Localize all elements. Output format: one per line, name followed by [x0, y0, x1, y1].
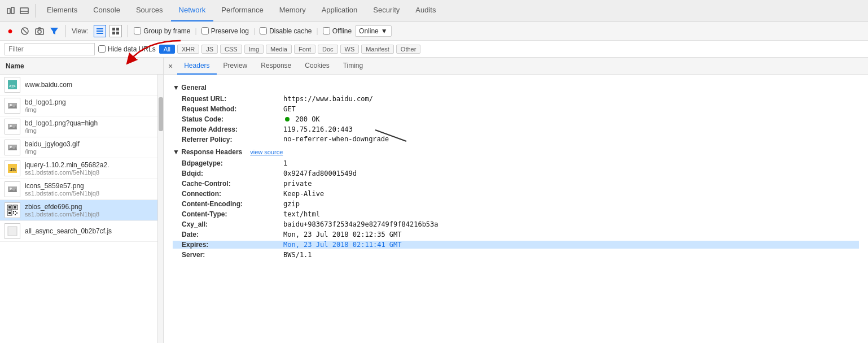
svg-rect-14 — [112, 32, 115, 34]
filter-tag-media[interactable]: Media — [266, 45, 292, 54]
filter-tag-all[interactable]: All — [159, 45, 175, 54]
disable-cache-label[interactable]: Disable cache — [260, 27, 312, 35]
offline-label[interactable]: Offline — [323, 27, 352, 35]
left-panel: Name </>www.baidu.combd_logo1.png/imgbd_… — [0, 58, 164, 343]
tab-timing[interactable]: Timing — [336, 58, 370, 75]
toolbar: ● View: — [0, 21, 868, 41]
response-header-key: Cxy_all: — [182, 220, 283, 228]
tab-elements[interactable]: Elements — [39, 0, 85, 21]
view-source-link[interactable]: view source — [250, 149, 283, 155]
tab-response[interactable]: Response — [254, 58, 298, 75]
svg-rect-9 — [97, 28, 103, 29]
record-button[interactable]: ● — [5, 25, 16, 37]
item-icon: JS — [5, 160, 20, 176]
tab-application[interactable]: Application — [314, 0, 366, 21]
svg-text:</>: </> — [9, 84, 16, 89]
filter-tag-other[interactable]: Other — [396, 45, 421, 54]
item-info: zbios_efde696.pngss1.bdstatic.com/5eN1bj… — [25, 203, 99, 218]
svg-line-5 — [23, 29, 27, 33]
list-item[interactable]: bd_logo1.png/img — [0, 95, 157, 116]
filter-tag-doc[interactable]: Doc — [318, 45, 338, 54]
item-icon — [5, 119, 20, 134]
filter-tag-css[interactable]: CSS — [220, 45, 242, 54]
filter-input[interactable] — [5, 43, 95, 55]
item-path: ss1.bdstatic.com/5eN1bjq8 — [25, 211, 99, 218]
preserve-log-label[interactable]: Preserve log — [201, 27, 249, 35]
svg-rect-1 — [11, 7, 14, 14]
response-header-row: Content-Type:text/html — [173, 210, 859, 218]
response-header-row: Bdqid:0x9247fad80001549d — [173, 170, 859, 177]
tab-cookies[interactable]: Cookies — [298, 58, 336, 75]
response-header-row: Expires:Mon, 23 Jul 2018 02:11:41 GMT — [173, 241, 859, 249]
filter-tag-ws[interactable]: WS — [340, 45, 360, 54]
hide-data-urls-checkbox[interactable] — [98, 45, 106, 53]
response-header-row: Bdpagetype:1 — [173, 159, 859, 167]
hide-data-urls-label[interactable]: Hide data URLs — [98, 45, 156, 53]
filter-tag-xhr[interactable]: XHR — [177, 45, 199, 54]
item-icon — [5, 140, 20, 155]
view-label: View: — [72, 27, 88, 35]
toolbar-separator — [65, 25, 66, 37]
network-throttle-select[interactable]: Online ▼ — [355, 25, 392, 37]
tab-preview[interactable]: Preview — [217, 58, 255, 75]
left-panel-header: Name — [0, 58, 163, 75]
general-section-title[interactable]: ▼ General — [173, 84, 859, 92]
response-headers-section-title[interactable]: ▼ Response Headers view source — [173, 148, 859, 156]
list-item[interactable]: </>www.baidu.com — [0, 75, 157, 95]
toolbar-separator-2 — [128, 25, 128, 37]
dock-icon[interactable] — [18, 5, 30, 17]
list-item[interactable]: all_async_search_0b2b7cf.js — [0, 221, 157, 242]
tab-network[interactable]: Network — [171, 0, 214, 21]
close-panel-button[interactable]: × — [168, 62, 173, 71]
response-header-value: BWS/1.1 — [283, 251, 312, 259]
list-item[interactable]: bd_logo1.png?qua=high/img — [0, 116, 157, 137]
tab-headers[interactable]: Headers — [177, 58, 216, 75]
tab-console[interactable]: Console — [85, 0, 128, 21]
headers-content: ▼ General Request URL: https://www.baidu… — [164, 75, 868, 343]
preserve-log-checkbox[interactable] — [201, 27, 209, 34]
view-list-button[interactable] — [94, 25, 106, 37]
clear-button[interactable] — [19, 25, 30, 37]
view-group-button[interactable] — [109, 25, 122, 37]
filter-button[interactable] — [49, 25, 60, 37]
filter-bar: Hide data URLs AllXHRJSCSSImgMediaFontDo… — [0, 41, 868, 58]
response-header-row: Cache-Control:private — [173, 180, 859, 188]
list-item[interactable]: JSjquery-1.10.2.min_65682a2.ss1.bdstatic… — [0, 158, 157, 179]
response-header-row: Cxy_all:baidu+983673f2534a29e82749f9f842… — [173, 220, 859, 228]
filter-tag-manifest[interactable]: Manifest — [361, 45, 394, 54]
list-item[interactable]: baidu_jgylogo3.gif/img — [0, 137, 157, 158]
filter-tag-font[interactable]: Font — [294, 45, 315, 54]
svg-rect-10 — [97, 31, 103, 32]
tab-security[interactable]: Security — [365, 0, 407, 21]
item-info: bd_logo1.png/img — [25, 98, 66, 113]
tab-sources[interactable]: Sources — [128, 0, 171, 21]
tab-audits[interactable]: Audits — [407, 0, 444, 21]
filter-tag-js[interactable]: JS — [201, 45, 218, 54]
screenshot-button[interactable] — [34, 25, 45, 37]
item-name: bd_logo1.png — [25, 98, 66, 106]
scrollbar-track[interactable] — [157, 75, 163, 343]
filter-tag-img[interactable]: Img — [244, 45, 264, 54]
list-item[interactable]: icons_5859e57.pngss1.bdstatic.com/5eN1bj… — [0, 179, 157, 200]
svg-text:JS: JS — [10, 167, 16, 172]
undock-icon[interactable] — [5, 5, 17, 17]
main-area: Name </>www.baidu.combd_logo1.png/imgbd_… — [0, 58, 868, 343]
svg-rect-0 — [7, 8, 10, 14]
group-by-frame-checkbox[interactable] — [134, 27, 141, 34]
svg-rect-33 — [8, 206, 11, 209]
group-by-frame-label[interactable]: Group by frame — [134, 27, 190, 35]
item-info: icons_5859e57.pngss1.bdstatic.com/5eN1bj… — [25, 182, 99, 197]
tab-performance[interactable]: Performance — [213, 0, 271, 21]
response-header-value: text/html — [283, 210, 320, 218]
item-name: bd_logo1.png?qua=high — [25, 119, 98, 127]
response-header-row: Server:BWS/1.1 — [173, 251, 859, 259]
item-name: jquery-1.10.2.min_65682a2. — [25, 161, 109, 169]
offline-checkbox[interactable] — [323, 27, 330, 34]
response-header-value: Keep-Alive — [283, 190, 324, 198]
scrollbar-thumb[interactable] — [159, 97, 163, 131]
tab-memory[interactable]: Memory — [271, 0, 314, 21]
response-header-key: Cache-Control: — [182, 180, 283, 188]
list-item[interactable]: zbios_efde696.pngss1.bdstatic.com/5eN1bj… — [0, 200, 157, 221]
disable-cache-checkbox[interactable] — [260, 27, 267, 34]
item-info: bd_logo1.png?qua=high/img — [25, 119, 98, 134]
